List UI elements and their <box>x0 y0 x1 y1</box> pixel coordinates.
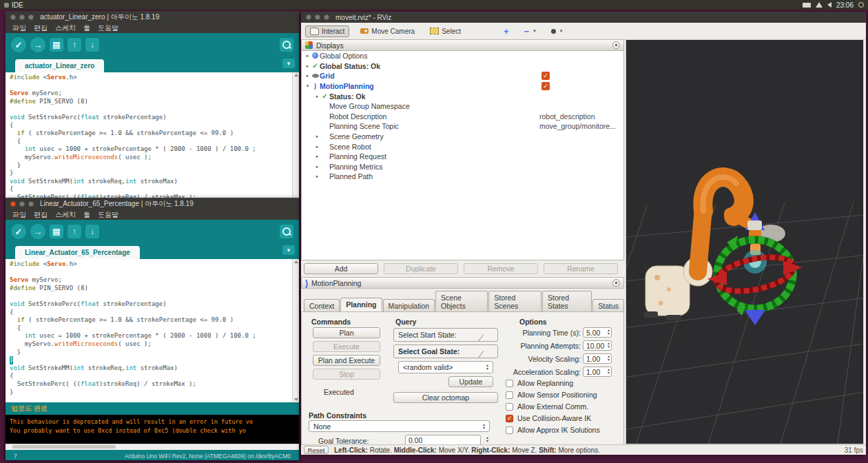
serial-monitor-button[interactable] <box>280 225 293 238</box>
option-value-field[interactable]: 1.00▴▾ <box>583 367 612 377</box>
save-button[interactable]: ↓ <box>85 38 99 52</box>
new-sketch-button[interactable]: ▤ <box>50 38 63 52</box>
checkbox-row[interactable]: ✓Use Collision-Aware IK <box>506 414 591 422</box>
chevron-right-icon[interactable]: ▸ <box>314 134 320 139</box>
option-value-field[interactable]: 5.00▴▾ <box>583 327 612 338</box>
add-tool-button[interactable]: + <box>499 25 513 38</box>
update-button[interactable]: Update <box>448 376 493 387</box>
menu-tools[interactable]: 툴 <box>83 23 90 33</box>
path-constraints-combo[interactable]: None ▴▾ <box>309 420 490 432</box>
tree-item[interactable]: Robot Descriptionrobot_description <box>302 112 623 122</box>
remove-tool-button[interactable]: −▾ <box>520 25 540 38</box>
spinner-icons[interactable]: ▴▾ <box>483 423 485 430</box>
tree-item[interactable]: ▸Scene Geometry <box>302 132 623 142</box>
tree-item[interactable]: ▸Grid✓ <box>302 71 623 81</box>
tree-item-value[interactable]: move_group/monitore... <box>539 122 616 130</box>
menu-file[interactable]: 파일 <box>12 23 26 33</box>
new-sketch-button[interactable]: ▤ <box>50 225 63 238</box>
tab-scene-objects[interactable]: Scene Objects <box>435 291 488 311</box>
plan-button[interactable]: Plan <box>313 327 380 338</box>
tree-item[interactable]: ▸Planning Metrics <box>302 162 623 172</box>
serial-monitor-button[interactable] <box>280 38 293 52</box>
chevron-right-icon[interactable]: ▸ <box>314 164 320 169</box>
upload-button[interactable]: → <box>30 224 45 239</box>
network-icon[interactable] <box>816 2 823 8</box>
sketch-tab[interactable]: actuator_Linear_zero <box>15 59 104 72</box>
motion-planning-header[interactable]: ) MotionPlanning <box>301 277 624 289</box>
save-button[interactable]: ↓ <box>85 225 99 238</box>
menu-file[interactable]: 파일 <box>12 210 26 220</box>
checkbox-row[interactable]: Allow Replanning <box>506 379 573 387</box>
window-minimize-icon[interactable] <box>19 201 25 207</box>
window-maximize-icon[interactable] <box>324 14 329 20</box>
tab-status[interactable]: Status <box>592 299 624 311</box>
chevron-down-icon[interactable]: ▾ <box>304 83 311 89</box>
chevron-right-icon[interactable]: ▸ <box>314 154 320 159</box>
panel-collapse-icon[interactable] <box>612 41 620 49</box>
sketch-tab[interactable]: Linear_Actuator_65_Percentage <box>15 246 140 259</box>
chevron-right-icon[interactable]: ▸ <box>314 174 320 179</box>
tab-context[interactable]: Context <box>304 299 340 311</box>
displays-tree[interactable]: ▸Global Options▸✓Global Status: Ok▸Grid✓… <box>301 51 624 260</box>
checkbox-row[interactable]: Allow External Comm. <box>506 402 588 411</box>
tab-planning[interactable]: Planning <box>340 298 382 311</box>
select-tool-button[interactable]: Select <box>426 26 465 37</box>
code-editor[interactable]: #include <Servo.h> Servo myServo; #defin… <box>6 72 299 205</box>
editor-scrollbar[interactable] <box>292 259 299 402</box>
select-start-state-box[interactable]: Select Start State: <box>393 328 498 342</box>
clock[interactable]: 23:06 <box>836 1 854 9</box>
enabled-checkbox[interactable]: ✓ <box>541 82 550 90</box>
window-close-icon[interactable] <box>10 201 16 207</box>
upload-button[interactable]: → <box>30 37 45 52</box>
power-menu-icon[interactable] <box>858 2 864 8</box>
reset-button[interactable]: Reset <box>304 446 329 454</box>
option-value-field[interactable]: 1.00▴▾ <box>583 353 612 364</box>
tree-item[interactable]: ▸Planned Path <box>302 172 623 182</box>
select-goal-state-box[interactable]: Select Goal State: <box>393 344 498 358</box>
menu-tools[interactable]: 툴 <box>83 210 90 220</box>
menu-help[interactable]: 도움말 <box>98 210 118 220</box>
clear-octomap-button[interactable]: Clear octomap <box>393 392 498 403</box>
goal-state-combo[interactable]: <random valid> ▴▾ <box>398 361 493 373</box>
verify-button[interactable]: ✓ <box>11 37 26 52</box>
menu-edit[interactable]: 편집 <box>34 23 48 33</box>
tree-item-value[interactable]: robot_description <box>539 112 595 121</box>
chevron-right-icon[interactable]: ▸ <box>304 53 311 59</box>
chevron-right-icon[interactable]: ▸ <box>314 94 320 99</box>
menu-help[interactable]: 도움말 <box>98 23 118 33</box>
tab-manipulation[interactable]: Manipulation <box>383 299 435 311</box>
tree-item[interactable]: ▸Planning Request <box>302 152 623 162</box>
focused-app-label[interactable]: IDE <box>12 1 23 9</box>
tab-menu-icon[interactable]: ▾ <box>282 59 295 68</box>
window-titlebar[interactable]: moveit.rviz* - RViz <box>301 12 866 23</box>
window-close-icon[interactable] <box>306 14 311 20</box>
editor-scrollbar[interactable] <box>292 72 299 205</box>
chevron-right-icon[interactable]: ▸ <box>314 144 320 150</box>
tab-menu-icon[interactable]: ▾ <box>282 245 295 255</box>
checkbox-icon[interactable]: ✓ <box>506 415 513 422</box>
open-button[interactable]: ↑ <box>68 38 81 52</box>
add-display-button[interactable]: Add <box>304 263 378 274</box>
chevron-right-icon[interactable]: ▸ <box>304 73 311 79</box>
keyboard-indicator-icon[interactable] <box>803 3 811 8</box>
scrollbar-handle[interactable] <box>12 445 116 449</box>
window-maximize-icon[interactable] <box>28 201 34 207</box>
plan-and-execute-button[interactable]: Plan and Execute <box>313 355 380 366</box>
checkbox-row[interactable]: Allow Sensor Positioning <box>506 391 597 399</box>
volume-icon[interactable] <box>827 2 831 8</box>
window-close-icon[interactable] <box>10 14 16 20</box>
window-minimize-icon[interactable] <box>315 14 320 20</box>
checkbox-row[interactable]: Allow Approx IK Solutions <box>506 426 600 434</box>
move-camera-tool-button[interactable]: Move Camera <box>356 26 419 37</box>
checkbox-icon[interactable] <box>506 391 513 399</box>
tree-item[interactable]: ▸Global Options <box>302 51 623 61</box>
tree-item[interactable]: ▾)MotionPlanning✓ <box>302 81 623 92</box>
menu-edit[interactable]: 편집 <box>34 210 48 220</box>
panel-collapse-icon[interactable] <box>612 279 620 287</box>
spinner-icons[interactable]: ▴▾ <box>486 436 488 443</box>
3d-viewport[interactable] <box>626 39 864 444</box>
window-minimize-icon[interactable] <box>19 14 25 20</box>
tree-item[interactable]: Move Group Namespace <box>302 101 623 112</box>
menu-sketch[interactable]: 스케치 <box>55 23 76 33</box>
tool-properties-button[interactable]: ▾ <box>547 27 567 35</box>
